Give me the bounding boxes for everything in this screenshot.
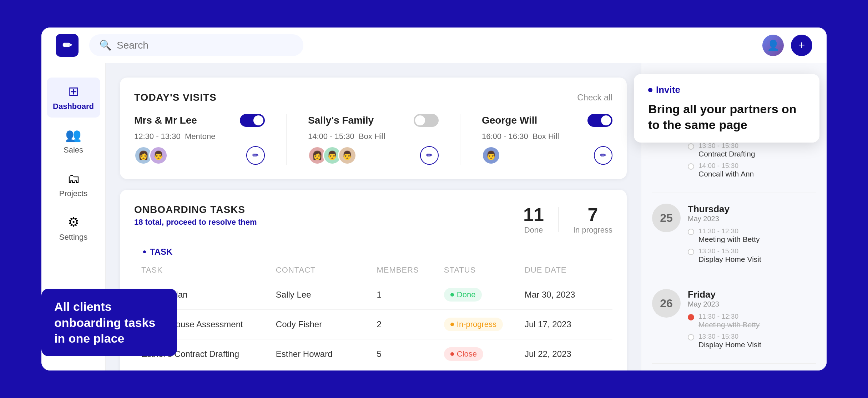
stat-divider (558, 207, 559, 232)
user-avatar[interactable]: 👤 (762, 35, 784, 56)
row-members-1: 2 (377, 319, 444, 329)
top-bar: ✏ 🔍 👤 + (41, 28, 827, 63)
row-due-0: Mar 30, 2023 (525, 290, 605, 300)
todays-visits-card: TODAY'S VISITS Check all Mrs & Mr Lee (120, 78, 627, 179)
event-dot (688, 229, 694, 235)
sidebar-item-settings[interactable]: ⚙ Settings (47, 208, 100, 248)
tasks-stats: 11 Done 7 In progress (523, 204, 612, 235)
search-input[interactable] (117, 40, 293, 51)
done-count: 11 (523, 204, 544, 225)
visit-avatar: 👨 (149, 146, 168, 165)
table-row[interactable]: Project Plan Sally Lee 1 Done Mar 30, 20… (134, 280, 612, 310)
day-circle-1: 25 (652, 204, 681, 232)
event-item: 13:30 - 15:30 Display Home Visit (688, 333, 816, 349)
visit-edit-0[interactable]: ✏ (246, 146, 265, 165)
day-month-2: May 2023 (688, 300, 816, 308)
dashboard-icon: ⊞ (68, 84, 79, 99)
event-item: 11:30 - 12:30 Meeting with Betty (688, 227, 816, 244)
settings-icon: ⚙ (68, 215, 79, 230)
visit-item-1: Sally's Family 14:00 - 15:30 Box Hill 👩 (308, 114, 439, 165)
event-dot (688, 334, 694, 340)
visit-row-footer-0: 👩 👨 ✏ (134, 146, 265, 165)
search-bar[interactable]: 🔍 (89, 34, 303, 56)
visits-grid: Mrs & Mr Lee 12:30 - 13:30 Mentone 👩 (134, 114, 612, 165)
visit-avatar: 👨 (482, 146, 500, 165)
col-task: TASK (141, 265, 276, 275)
row-status-0: Done (444, 288, 525, 302)
visit-row-footer-1: 👩 👨 👨 ✏ (308, 146, 439, 165)
stat-done: 11 Done (523, 204, 544, 235)
day-divider (652, 278, 816, 278)
sidebar-label-sales: Sales (64, 145, 83, 155)
add-button[interactable]: + (791, 35, 812, 56)
row-status-1: In-progress (444, 318, 525, 331)
sidebar-item-dashboard[interactable]: ⊞ Dashboard (47, 78, 100, 118)
visit-avatars-0: 👩 👨 (134, 146, 164, 165)
check-all-link[interactable]: Check all (577, 93, 612, 103)
visit-toggle-2[interactable] (587, 114, 612, 127)
visit-divider-1 (286, 114, 287, 165)
tasks-header-left: ONBOARDING TASKS 18 total, proceed to re… (134, 204, 257, 227)
col-contact: CONTACT (276, 265, 377, 275)
row-members-0: 1 (377, 290, 444, 300)
visit-edit-1[interactable]: ✏ (420, 146, 439, 165)
visit-toggle-0[interactable] (240, 114, 265, 127)
logo-icon: ✏ (62, 39, 72, 52)
app-container: ✏ 🔍 👤 + ⊞ Dashboard 👥 Sales 🗂 (41, 28, 827, 370)
row-contact-2: Esther Howard (276, 349, 377, 359)
onboarding-tasks-card: ONBOARDING TASKS 18 total, proceed to re… (120, 190, 627, 370)
event-item: 14:00 - 15:30 Concall with Ann (688, 162, 816, 178)
callout-right-text: Bring all your partners on to the same p… (648, 102, 797, 131)
callout-bottom-left: All clients onboarding tasks in one plac… (41, 289, 177, 356)
day-month-1: May 2023 (688, 215, 816, 223)
sidebar-item-sales[interactable]: 👥 Sales (47, 121, 100, 161)
table-row[interactable]: Cody's House Assessment Cody Fisher 2 In… (134, 310, 612, 339)
row-status-2: Close (444, 347, 525, 361)
content-area: TODAY'S VISITS Check all Mrs & Mr Lee (106, 63, 641, 370)
event-item: 13:30 - 15:30 Display Home Visit (688, 247, 816, 264)
visit-avatars-1: 👩 👨 👨 (308, 146, 353, 165)
callout-top-right: Invite Bring all your partners on to the… (634, 74, 819, 143)
inprogress-count: 7 (573, 204, 612, 225)
visit-row-header-0: Mrs & Mr Lee (134, 114, 265, 127)
event-text: 13:30 - 15:30 Contract Drafting (698, 142, 755, 158)
sidebar-label-settings: Settings (59, 233, 88, 242)
inprogress-label: In progress (573, 225, 612, 235)
done-label: Done (523, 225, 544, 235)
visit-name-2: George Will (482, 115, 537, 126)
day-name-2: Friday (688, 289, 816, 300)
task-tab[interactable]: TASK (134, 243, 181, 260)
sidebar-label-dashboard: Dashboard (53, 102, 94, 111)
event-text: 11:30 - 12:30 Meeting with Betty (698, 313, 760, 329)
day-divider (652, 363, 816, 364)
table-row[interactable]: Esther's Contract Drafting Esther Howard… (134, 339, 612, 369)
row-contact-1: Cody Fisher (276, 319, 377, 329)
visit-toggle-1[interactable] (414, 114, 439, 127)
col-due: DUE DATE (525, 265, 605, 275)
visit-avatar: 👨 (338, 146, 357, 165)
sidebar-item-projects[interactable]: 🗂 Projects (47, 165, 100, 205)
search-icon: 🔍 (99, 39, 112, 51)
visit-row-header-1: Sally's Family (308, 114, 439, 127)
col-status: STATUS (444, 265, 525, 275)
sidebar-label-projects: Projects (59, 189, 87, 198)
visit-item-0: Mrs & Mr Lee 12:30 - 13:30 Mentone 👩 (134, 114, 265, 165)
tasks-header: ONBOARDING TASKS 18 total, proceed to re… (134, 204, 612, 235)
day-block-2: 26 Friday May 2023 11:30 - 12:30 Meeting… (652, 289, 816, 353)
invite-row: Invite (648, 84, 805, 96)
visit-divider-2 (460, 114, 460, 165)
visit-edit-2[interactable]: ✏ (594, 146, 612, 165)
visit-time-1: 14:00 - 15:30 Box Hill (308, 132, 439, 141)
visit-name-1: Sally's Family (308, 115, 374, 126)
day-circle-2: 26 (652, 289, 681, 318)
visit-avatars-2: 👨 (482, 146, 497, 165)
row-due-1: Jul 17, 2023 (525, 319, 605, 329)
event-dot (688, 314, 694, 320)
event-text: 11:30 - 12:30 Meeting with Betty (698, 227, 760, 244)
event-dot (688, 249, 694, 255)
row-members-2: 5 (377, 349, 444, 359)
day-name-1: Thursday (688, 204, 816, 215)
event-item: 13:30 - 15:30 Contract Drafting (688, 142, 816, 158)
logo-box: ✏ (56, 34, 79, 57)
visit-item-2: George Will 16:00 - 16:30 Box Hill 👨 (482, 114, 612, 165)
